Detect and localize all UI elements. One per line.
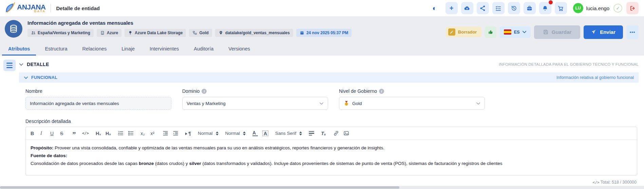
entity-tabs: Atributos Estructura Relaciones Linaje I… <box>0 42 644 56</box>
sections-menu-button[interactable] <box>3 60 16 71</box>
add-button[interactable]: + <box>446 2 458 14</box>
spain-flag-icon <box>504 29 511 35</box>
section-title: DETALLE <box>27 62 49 67</box>
plus-icon: + <box>450 4 454 12</box>
hamburger-icon <box>6 63 13 64</box>
send-button[interactable]: Enviar <box>584 25 623 39</box>
chevron-down-icon <box>24 76 28 80</box>
funcional-section-header[interactable]: FUNCIONAL Información relativa al gobier… <box>19 72 639 83</box>
status-check-icon: ✓ <box>613 4 622 13</box>
superscript-button[interactable]: x² <box>150 131 156 136</box>
code-block-button[interactable]: </> <box>82 131 89 135</box>
background-color-button[interactable]: A <box>262 130 268 136</box>
link-button[interactable] <box>333 130 339 136</box>
heading-dropdown[interactable]: Normal <box>225 131 246 136</box>
topbar: ANJANA DATA Detalle de entidad ◐ + <box>0 0 644 16</box>
approve-button[interactable] <box>485 26 496 38</box>
calendar-icon <box>300 30 304 35</box>
bold-button[interactable]: B <box>31 131 36 136</box>
info-icon[interactable] <box>202 89 207 94</box>
cart-button[interactable] <box>555 2 567 14</box>
upload-button[interactable] <box>461 2 473 14</box>
size-dropdown[interactable]: Normal <box>198 131 219 136</box>
clear-formatting-button[interactable]: Tₓ <box>321 131 326 136</box>
caret-updown-icon <box>216 131 219 135</box>
dominio-select[interactable]: Ventas y Marketing <box>182 97 328 110</box>
history-button[interactable] <box>508 2 520 14</box>
logo-subtext: DATA <box>34 10 46 13</box>
share-button[interactable] <box>477 2 489 14</box>
tab-atributos[interactable]: Atributos <box>1 42 37 56</box>
username[interactable]: lucia.engo <box>586 5 609 11</box>
logout-button[interactable] <box>626 2 639 14</box>
indent-button[interactable] <box>173 130 178 136</box>
font-dropdown[interactable]: Sans Serif <box>275 131 302 136</box>
image-icon <box>343 130 349 136</box>
caret-updown-icon <box>243 131 246 135</box>
caret-updown-icon <box>299 131 302 135</box>
outdent-button[interactable] <box>163 130 168 136</box>
notifications-button[interactable] <box>539 2 551 14</box>
cloud-upload-icon <box>464 5 470 12</box>
nombre-input[interactable] <box>25 97 171 110</box>
tab-intervinientes[interactable]: Intervinientes <box>142 42 186 56</box>
gold-medal-icon: 1 <box>343 100 349 106</box>
rich-text-editor: B I U S ” </> H₁ H₂ <box>25 127 637 175</box>
chevron-down-icon <box>19 62 23 67</box>
map-pin-icon <box>219 30 223 35</box>
date-badge: 24 nov 2025 05:37 PM <box>296 29 352 37</box>
descripcion-editor-body[interactable]: Propósito: Proveer una vista consolidada… <box>26 140 637 175</box>
more-actions-button[interactable]: ••• <box>626 25 639 39</box>
avatar[interactable]: LU <box>573 3 583 13</box>
ellipsis-icon: ••• <box>630 29 636 35</box>
heading2-button[interactable]: H₂ <box>106 131 111 136</box>
briefcase-button[interactable] <box>524 2 536 14</box>
strikethrough-button[interactable]: S <box>60 131 65 136</box>
tab-auditoria[interactable]: Auditoría <box>186 42 221 56</box>
tab-relaciones[interactable]: Relaciones <box>75 42 114 56</box>
content: DETALLE INFORMACIÓN DETALLADA PARA EL GO… <box>0 56 644 186</box>
save-button[interactable]: Guardar <box>534 25 580 39</box>
funcional-subtitle: Información relativa al gobierno funcion… <box>556 75 634 80</box>
page-title: Detalle de entidad <box>56 5 100 11</box>
divider <box>51 4 51 13</box>
nombre-label: Nombre <box>25 88 171 94</box>
path-badge: datalake/gold_ventas_mensuales <box>215 29 293 37</box>
text-direction-button[interactable]: ¶ <box>185 131 191 136</box>
editor-toolbar: B I U S ” </> H₁ H₂ <box>26 127 637 140</box>
underline-button[interactable]: U <box>50 131 56 136</box>
language-selector[interactable]: ES <box>500 26 530 38</box>
ordered-list-button[interactable] <box>118 130 124 136</box>
align-button[interactable] <box>309 131 314 136</box>
subscript-button[interactable]: x₂ <box>140 131 146 136</box>
contrast-toggle-icon[interactable]: ◐ <box>433 5 437 12</box>
bullet-list-button[interactable] <box>128 130 134 136</box>
text-color-button[interactable]: A <box>252 130 258 136</box>
entity-header: Información agregada de ventas mensuales… <box>0 16 644 42</box>
image-button[interactable] <box>343 130 349 136</box>
paper-plane-icon <box>591 29 597 35</box>
tab-estructura[interactable]: Estructura <box>37 42 75 56</box>
tab-linaje[interactable]: Linaje <box>114 42 142 56</box>
italic-button[interactable]: I <box>40 131 46 136</box>
nivel-label: Nivel de Gobierno <box>339 88 377 94</box>
info-icon[interactable] <box>379 89 384 94</box>
detalle-section-header[interactable]: DETALLE INFORMACIÓN DETALLADA PARA EL GO… <box>19 58 639 70</box>
svg-text:1: 1 <box>346 103 347 105</box>
blockquote-button[interactable]: ” <box>72 133 78 136</box>
entity-database-icon <box>5 20 22 38</box>
technology-badge: Azure Data Lake Storage <box>125 29 186 37</box>
status-badge: Borrador <box>446 27 482 37</box>
history-icon <box>511 5 517 12</box>
share-nodes-icon <box>479 5 486 12</box>
heading1-button[interactable]: H₁ <box>96 131 101 136</box>
chevron-down-icon <box>319 102 324 105</box>
anjana-logo[interactable]: ANJANA DATA <box>4 2 46 14</box>
nivel-gobierno-select[interactable]: 1 Gold <box>339 97 485 110</box>
entity-title: Información agregada de ventas mensuales <box>27 20 352 26</box>
horizontal-scrollbar[interactable] <box>0 186 644 189</box>
tasks-button[interactable] <box>492 2 505 14</box>
scrollbar-thumb[interactable] <box>0 186 399 189</box>
funcional-title: FUNCIONAL <box>31 75 57 80</box>
tab-versiones[interactable]: Versiones <box>221 42 258 56</box>
